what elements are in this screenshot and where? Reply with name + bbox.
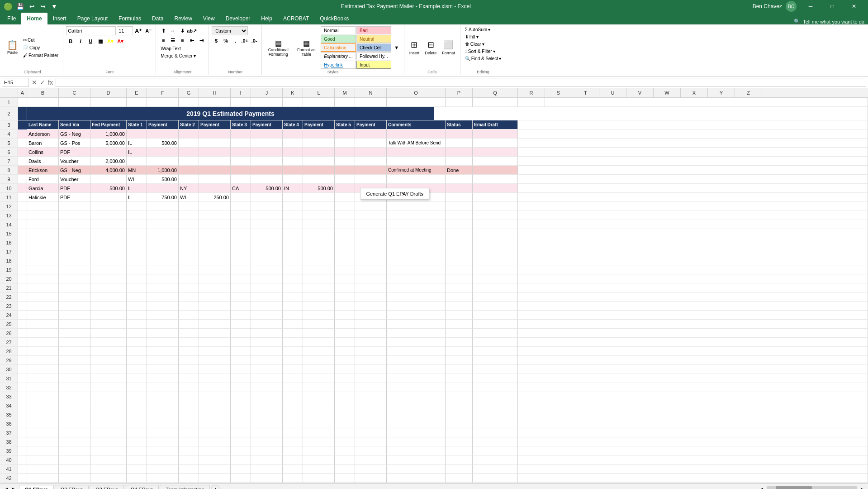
cell-O40[interactable] — [387, 455, 446, 465]
formula-input[interactable] — [56, 78, 866, 87]
cell-C12[interactable] — [59, 202, 90, 211]
cell-P23[interactable] — [446, 302, 473, 311]
cell-D9[interactable] — [90, 175, 127, 184]
cell-B7[interactable]: Davis — [27, 157, 59, 166]
cell-K34[interactable] — [283, 401, 303, 410]
cell-E31[interactable] — [127, 374, 147, 383]
tab-developer[interactable]: Developer — [220, 13, 256, 24]
cell-L21[interactable] — [303, 283, 335, 292]
sheet-nav-left[interactable]: ◀ — [2, 485, 9, 489]
cell-J24[interactable] — [251, 311, 283, 320]
row-num-27[interactable]: 27 — [0, 338, 18, 347]
cell-P5[interactable] — [446, 139, 473, 148]
cell-M10[interactable] — [335, 184, 355, 193]
cell-A21[interactable] — [18, 283, 27, 292]
cell-L19[interactable] — [303, 265, 335, 274]
cell-M27[interactable] — [335, 338, 355, 347]
row-num-23[interactable]: 23 — [0, 302, 18, 311]
cell-J38[interactable] — [251, 437, 283, 446]
cell-C17[interactable] — [59, 247, 90, 256]
row-num-1[interactable]: 1 — [0, 98, 18, 107]
cell-O22[interactable] — [387, 292, 446, 302]
cell-B37[interactable] — [27, 428, 59, 437]
cell-N4[interactable] — [355, 129, 387, 139]
cell-Q33[interactable] — [473, 392, 518, 401]
cell-C4[interactable]: GS - Neg — [59, 129, 90, 139]
cell-A13[interactable] — [18, 211, 27, 220]
cell-rest30[interactable] — [518, 365, 868, 374]
cell-rest15[interactable] — [518, 229, 868, 238]
cell-B16[interactable] — [27, 238, 59, 247]
cell-F15[interactable] — [147, 229, 179, 238]
cell-J3-header[interactable]: Payment — [251, 120, 283, 129]
cell-rest28[interactable] — [518, 347, 868, 356]
cell-M42[interactable] — [335, 474, 355, 483]
cell-C27[interactable] — [59, 338, 90, 347]
cell-L38[interactable] — [303, 437, 335, 446]
cell-Q19[interactable] — [473, 265, 518, 274]
cell-D16[interactable] — [90, 238, 127, 247]
cell-B42[interactable] — [27, 474, 59, 483]
cell-K40[interactable] — [283, 455, 303, 465]
cell-K35[interactable] — [283, 410, 303, 419]
cell-I21[interactable] — [231, 283, 251, 292]
cell-M6[interactable] — [335, 148, 355, 157]
cell-K25[interactable] — [283, 320, 303, 329]
row-num-2[interactable]: 2 — [0, 107, 18, 120]
cell-H16[interactable] — [199, 238, 231, 247]
cell-A6[interactable] — [18, 148, 27, 157]
cell-O31[interactable] — [387, 374, 446, 383]
cell-I19[interactable] — [231, 265, 251, 274]
cell-I20[interactable] — [231, 274, 251, 283]
col-L[interactable]: L — [303, 88, 335, 97]
cell-M17[interactable] — [335, 247, 355, 256]
cell-N27[interactable] — [355, 338, 387, 347]
style-bad-btn[interactable]: Bad — [356, 26, 391, 34]
cell-B9[interactable]: Ford — [27, 175, 59, 184]
cell-F34[interactable] — [147, 401, 179, 410]
cell-N16[interactable] — [355, 238, 387, 247]
cell-F23[interactable] — [147, 302, 179, 311]
cell-G16[interactable] — [179, 238, 199, 247]
align-right-btn[interactable]: ≡ — [178, 36, 187, 45]
cell-D8[interactable]: 4,000.00 — [90, 166, 127, 175]
cell-H15[interactable] — [199, 229, 231, 238]
cell-M32[interactable] — [335, 383, 355, 392]
cell-J1[interactable] — [251, 98, 283, 107]
cell-Q41[interactable] — [473, 465, 518, 474]
cell-K39[interactable] — [283, 446, 303, 455]
orientation-btn[interactable]: ab↗ — [187, 26, 196, 35]
cell-O6[interactable] — [387, 148, 446, 157]
cell-N33[interactable] — [355, 392, 387, 401]
cell-N31[interactable] — [355, 374, 387, 383]
row-num-18[interactable]: 18 — [0, 256, 18, 265]
font-color-btn[interactable]: A▾ — [116, 37, 125, 46]
cell-K17[interactable] — [283, 247, 303, 256]
cell-rest19[interactable] — [518, 265, 868, 274]
cell-E33[interactable] — [127, 392, 147, 401]
cell-H25[interactable] — [199, 320, 231, 329]
cell-I10[interactable]: CA — [231, 184, 251, 193]
col-M[interactable]: M — [335, 88, 355, 97]
cell-O41[interactable] — [387, 465, 446, 474]
cell-Q20[interactable] — [473, 274, 518, 283]
cell-B28[interactable] — [27, 347, 59, 356]
cell-H3-header[interactable]: Payment — [199, 120, 231, 129]
cell-Q11[interactable] — [473, 193, 518, 202]
cell-D1[interactable] — [90, 98, 127, 107]
cell-D6[interactable] — [90, 148, 127, 157]
cell-M19[interactable] — [335, 265, 355, 274]
cell-P27[interactable] — [446, 338, 473, 347]
cell-F16[interactable] — [147, 238, 179, 247]
cell-A5[interactable] — [18, 139, 27, 148]
cell-J14[interactable] — [251, 220, 283, 229]
cell-I26[interactable] — [231, 329, 251, 338]
cell-R3[interactable] — [518, 120, 868, 129]
cell-J36[interactable] — [251, 419, 283, 428]
cell-A38[interactable] — [18, 437, 27, 446]
cell-J40[interactable] — [251, 455, 283, 465]
style-neutral-btn[interactable]: Neutral — [356, 35, 391, 43]
cell-L32[interactable] — [303, 383, 335, 392]
col-U[interactable]: U — [599, 88, 626, 97]
cell-R4[interactable] — [518, 129, 868, 139]
